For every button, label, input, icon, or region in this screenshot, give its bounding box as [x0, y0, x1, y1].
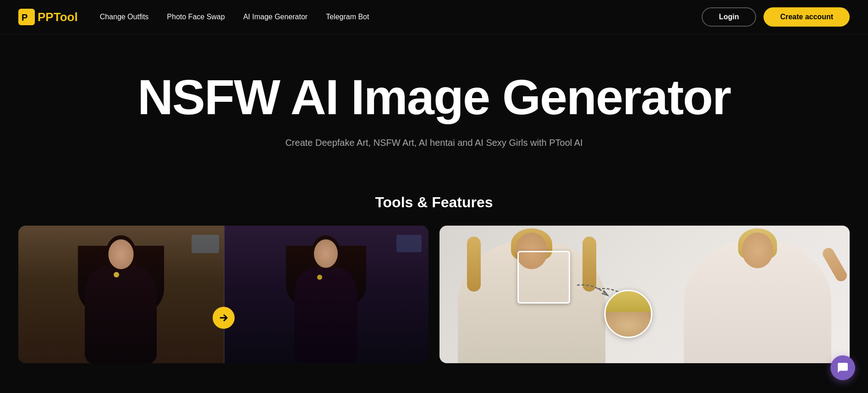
outfit-card-inner — [18, 226, 429, 363]
tools-title: Tools & Features — [18, 194, 850, 211]
tools-section: Tools & Features — [0, 194, 868, 382]
face-circle-preview — [604, 290, 652, 338]
nav-links: Change Outfits Photo Face Swap AI Image … — [100, 13, 369, 21]
login-button[interactable]: Login — [702, 7, 757, 27]
card-divider — [224, 226, 225, 363]
nav-item-photo-face-swap[interactable]: Photo Face Swap — [167, 13, 225, 21]
necklace-right — [317, 275, 322, 280]
hero-title: NSFW AI Image Generator — [67, 71, 801, 123]
logo-text-label: PPTool — [38, 10, 78, 24]
nav-item-telegram-bot[interactable]: Telegram Bot — [326, 13, 369, 21]
tool-card-faceswap[interactable] — [439, 226, 850, 363]
logo-icon: P — [18, 9, 35, 25]
chat-bubble-button[interactable] — [830, 355, 855, 380]
nav-link-ai-image-generator[interactable]: AI Image Generator — [243, 13, 308, 21]
tv-screen-right — [396, 235, 422, 252]
nav-link-change-outfits[interactable]: Change Outfits — [100, 13, 149, 21]
woman-figure-left — [49, 232, 192, 363]
create-account-button[interactable]: Create account — [764, 7, 850, 27]
nav-link-photo-face-swap[interactable]: Photo Face Swap — [167, 13, 225, 21]
nav-link-telegram-bot[interactable]: Telegram Bot — [326, 13, 369, 21]
arrow-right-icon — [218, 312, 229, 323]
outfit-arrow-badge — [213, 307, 235, 329]
face-selection-box — [517, 251, 570, 304]
outfit-after — [224, 226, 429, 363]
hero-subtitle: Create Deepfake Art, NSFW Art, AI hentai… — [18, 138, 850, 148]
body-left — [85, 266, 157, 364]
hair-side-left — [467, 237, 481, 292]
tool-card-outfit[interactable] — [18, 226, 429, 363]
necklace-left — [114, 272, 119, 277]
head-right — [314, 239, 338, 268]
logo-tool: PTool — [45, 10, 77, 24]
svg-text:P: P — [22, 12, 27, 22]
nav-item-change-outfits[interactable]: Change Outfits — [100, 13, 149, 21]
nav-item-ai-image-generator[interactable]: AI Image Generator — [243, 13, 308, 21]
woman-figure-right — [254, 232, 398, 363]
logo-p: P — [38, 10, 45, 24]
head-left — [108, 239, 133, 269]
logo[interactable]: P PPTool — [18, 9, 78, 25]
tools-grid — [18, 226, 850, 363]
navbar: P PPTool Change Outfits Photo Face Swap … — [0, 0, 868, 34]
chat-icon — [837, 362, 849, 374]
hero-section: NSFW AI Image Generator Create Deepfake … — [0, 34, 868, 194]
person-right — [665, 226, 850, 363]
face-right — [742, 232, 773, 268]
tv-screen — [192, 235, 219, 253]
outfit-before — [18, 226, 224, 363]
nav-right: Login Create account — [702, 7, 850, 27]
body-right — [294, 268, 357, 363]
nav-left: P PPTool Change Outfits Photo Face Swap … — [18, 9, 369, 25]
faceswap-card-inner — [439, 226, 850, 363]
